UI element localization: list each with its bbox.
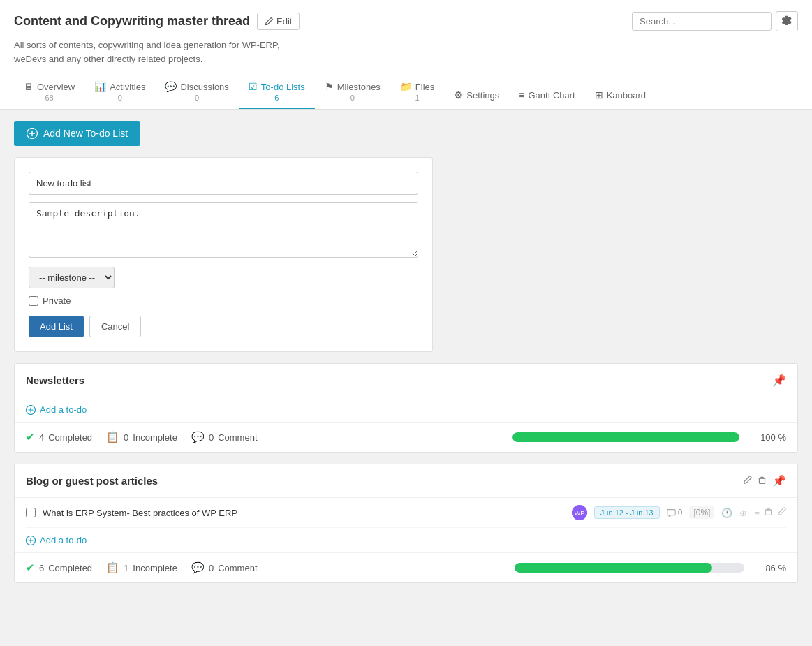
blog-articles-title: Blog or guest post articles: [26, 475, 158, 487]
newsletters-title: Newsletters: [26, 374, 84, 386]
todo-add-icon[interactable]: ⊕: [739, 508, 747, 518]
blog-progress-bar: [515, 563, 744, 573]
private-label: Private: [43, 295, 71, 306]
add-list-button[interactable]: Add List: [29, 316, 84, 337]
comment-count: 0: [667, 508, 683, 517]
newsletters-completed-label: Completed: [48, 432, 92, 443]
todo-text: What is ERP System- Best practices of WP…: [43, 508, 237, 518]
settings-gear-button[interactable]: [776, 11, 798, 31]
blog-add-todo-link[interactable]: Add a to-do: [26, 535, 786, 545]
blog-completed-label: Completed: [48, 563, 92, 573]
blog-comment-label: Comment: [218, 563, 257, 573]
incomplete-icon: 📋: [106, 431, 119, 443]
avatar: WP: [572, 505, 587, 520]
tab-milestones[interactable]: ⚑Milestones 0: [315, 75, 390, 109]
plus-circle-icon: [27, 128, 38, 139]
tab-gantt-chart[interactable]: ≡Gantt Chart: [509, 84, 584, 109]
edit-label: Edit: [276, 16, 292, 27]
pencil-icon: [265, 17, 273, 26]
todo-clock-icon[interactable]: 🕐: [721, 508, 732, 518]
date-range-badge: Jun 12 - Jun 13: [594, 506, 660, 519]
search-input[interactable]: [632, 12, 772, 31]
comment-icon: 💬: [191, 431, 205, 443]
plus-circle-icon-small-2: [26, 536, 36, 545]
tab-files[interactable]: 📁Files 1: [390, 75, 444, 109]
gear-icon: [782, 15, 792, 25]
tab-settings[interactable]: ⚙Settings: [444, 84, 509, 109]
blog-incomplete-count: 1: [124, 563, 128, 573]
newsletters-todo-list: Add a to-do: [15, 397, 797, 422]
newsletters-section: Newsletters 📌 Add a to-do ✔ 4 Completed: [14, 363, 798, 453]
todo-checkbox[interactable]: [26, 508, 36, 517]
tab-todo-lists[interactable]: ☑To-do Lists 6: [239, 75, 315, 109]
milestone-select[interactable]: -- milestone --: [29, 267, 115, 288]
newsletters-completed-count: 4: [39, 432, 44, 443]
add-new-todo-list-button[interactable]: Add New To-do List: [14, 121, 140, 146]
edit-button[interactable]: Edit: [257, 13, 300, 30]
tab-activities[interactable]: 📊Activities 0: [84, 75, 155, 109]
tab-discussions[interactable]: 💬Discussions 0: [155, 75, 238, 109]
newsletters-incomplete-count: 0: [124, 432, 128, 443]
svg-text:WP: WP: [575, 510, 585, 517]
blog-delete-icon[interactable]: [758, 476, 767, 487]
cancel-button[interactable]: Cancel: [89, 316, 141, 337]
svg-rect-5: [765, 510, 771, 515]
blog-progress-pct: 86 %: [765, 563, 786, 573]
newsletters-add-todo-link[interactable]: Add a to-do: [26, 404, 786, 415]
todo-trash-icon[interactable]: [764, 507, 773, 518]
private-checkbox[interactable]: [29, 296, 38, 306]
blog-edit-icon[interactable]: [743, 476, 752, 487]
table-row: What is ERP System- Best practices of WP…: [26, 498, 786, 528]
blog-completed-count: 6: [39, 563, 44, 573]
tab-overview[interactable]: 🖥Overview 68: [14, 75, 84, 109]
blog-incomplete-icon: 📋: [106, 561, 119, 574]
blog-articles-footer: ✔ 6 Completed 📋 1 Incomplete 💬 0 Comment: [15, 552, 797, 582]
blog-articles-section: Blog or guest post articles 📌 Wha: [14, 464, 798, 583]
newsletters-incomplete-label: Incomplete: [133, 432, 177, 443]
page-description: All sorts of contents, copywriting and i…: [14, 38, 798, 75]
blog-comment-icon: 💬: [191, 561, 205, 574]
completed-check-icon: ✔: [26, 431, 35, 443]
newsletters-pin-icon[interactable]: 📌: [772, 374, 786, 387]
blog-pin-icon[interactable]: 📌: [772, 474, 786, 487]
newsletters-comment-count: 0: [209, 432, 214, 443]
newsletters-comment-label: Comment: [218, 432, 257, 443]
blog-completed-check-icon: ✔: [26, 561, 35, 574]
page-title: Content and Copywriting master thread: [14, 14, 250, 29]
blog-incomplete-label: Incomplete: [133, 563, 177, 573]
todo-progress-badge: [0%]: [689, 506, 714, 519]
todo-menu-icon[interactable]: ≡: [754, 507, 760, 518]
plus-circle-icon-small: [26, 405, 36, 415]
tab-kanboard[interactable]: ⊞Kanboard: [585, 84, 656, 109]
comment-bubble-icon: [667, 508, 676, 517]
blog-comment-count: 0: [209, 563, 214, 573]
new-todo-list-form: Sample description. -- milestone -- Priv…: [14, 157, 433, 352]
blog-articles-todo-list: What is ERP System- Best practices of WP…: [15, 498, 797, 552]
todo-list-title-input[interactable]: [29, 172, 418, 195]
todo-list-description-input[interactable]: Sample description.: [29, 202, 418, 258]
newsletters-progress-pct: 100 %: [760, 432, 786, 443]
svg-rect-2: [759, 478, 765, 483]
newsletters-footer: ✔ 4 Completed 📋 0 Incomplete 💬 0 Comment: [15, 422, 797, 452]
todo-edit-icon[interactable]: [777, 507, 786, 518]
tab-bar: 🖥Overview 68 📊Activities 0 💬Discussions …: [14, 75, 798, 109]
newsletters-progress-bar: [512, 432, 739, 442]
